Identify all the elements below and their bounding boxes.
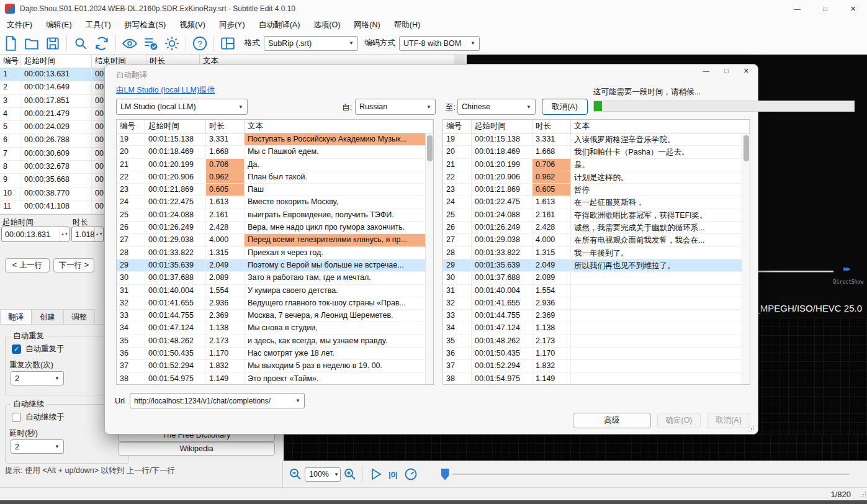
- dialog-minimize-icon[interactable]: —: [703, 67, 709, 75]
- visual-sync-icon[interactable]: [122, 35, 138, 52]
- table-row[interactable]: 20 00:01:18.469 1.668 Мы с Пашкой едем.: [117, 146, 433, 158]
- zoom-in-icon[interactable]: [343, 467, 357, 482]
- engine-select[interactable]: LM Studio (local LLM)▼: [116, 99, 248, 115]
- source-subtitle-grid[interactable]: 编号 起始时间 时长 文本 19 00:01:15.138 3.331 Пост…: [116, 119, 434, 385]
- menu-item[interactable]: 编辑(E): [39, 17, 79, 32]
- waveform-zoom-select[interactable]: 100%▼: [305, 467, 341, 482]
- wikipedia-button[interactable]: Wikipedia: [118, 442, 275, 456]
- menu-item[interactable]: 同步(Y): [212, 17, 252, 32]
- table-row[interactable]: 29 00:01:35.639 2.049 Поэтому с Верой мы…: [117, 259, 433, 272]
- table-row[interactable]: 23 00:01:21.869 0.605 暂停: [443, 184, 750, 196]
- table-row[interactable]: 24 00:01:22.475 1.613 在一起征服莫斯科，: [443, 196, 750, 209]
- format-select[interactable]: SubRip (.srt)▼: [264, 36, 358, 51]
- layout-icon[interactable]: [220, 35, 236, 52]
- table-row[interactable]: 38 00:01:54.975 1.149 Это проект «Тайм».: [117, 373, 433, 385]
- table-row[interactable]: 23 00:01:21.869 0.605 Паш: [117, 184, 433, 196]
- table-row[interactable]: 35 00:01:48.262 2.173: [443, 335, 750, 348]
- menu-item[interactable]: 选项(O): [307, 17, 347, 32]
- spinner-arrows-icon[interactable]: ▲▼: [94, 227, 103, 241]
- table-row[interactable]: 34 00:01:47.124 1.138: [443, 322, 750, 335]
- table-row[interactable]: 29 00:01:35.639 2.049 所以我们再也见不到维拉了。: [443, 259, 750, 272]
- waveform-strip[interactable]: [284, 434, 867, 461]
- column-header[interactable]: 起始时间: [21, 55, 92, 68]
- table-row[interactable]: 30 00:01:37.688 2.089: [443, 272, 750, 284]
- waveform-position-track[interactable]: [452, 474, 849, 475]
- menu-item[interactable]: 自动翻译(A): [252, 17, 307, 32]
- menu-item[interactable]: 工具(T): [79, 17, 118, 32]
- gauge-icon[interactable]: [403, 467, 418, 482]
- checkbox-checked-icon[interactable]: ✓: [12, 344, 21, 354]
- duration-stepper[interactable]: 1.018▲▼: [71, 227, 104, 242]
- advanced-button[interactable]: 高级: [573, 413, 651, 428]
- target-subtitle-grid[interactable]: 编号 起始时间 时长 文本 19 00:01:15.138 3.331 入读俄罗…: [442, 119, 750, 385]
- new-file-icon[interactable]: [2, 35, 19, 52]
- delay-select[interactable]: 2▼: [11, 439, 64, 454]
- tab-create[interactable]: 创建: [32, 309, 63, 325]
- resize-grip[interactable]: [860, 491, 866, 497]
- table-row[interactable]: 37 00:01:52.294 1.832 Мы выходим 5 раз в…: [117, 360, 433, 372]
- waveform-position-marker[interactable]: [441, 469, 449, 480]
- url-input[interactable]: http://localhost:1234/v1/chat/completion…: [130, 393, 305, 408]
- grid-scrollbar[interactable]: [425, 133, 433, 384]
- cancel-button[interactable]: 取消(A): [707, 413, 750, 428]
- table-row[interactable]: 21 00:01:20.199 0.706 Да.: [117, 159, 433, 171]
- dialog-close-icon[interactable]: ✕: [743, 67, 749, 75]
- table-row[interactable]: 36 00:01:50.435 1.170 Нас смотрят уже 18…: [117, 348, 433, 360]
- tab-translate[interactable]: 翻译: [0, 309, 32, 325]
- table-row[interactable]: 31 00:01:40.004 1.554 У кумира своего де…: [117, 285, 433, 297]
- help-icon[interactable]: ?: [192, 35, 208, 52]
- table-row[interactable]: 37 00:01:52.294 1.832: [443, 360, 750, 372]
- table-row[interactable]: 19 00:01:15.138 3.331 入读俄罗斯格涅辛音乐学院。: [443, 133, 750, 146]
- table-row[interactable]: 22 00:01:20.906 0.962 План был такой.: [117, 171, 433, 184]
- table-row[interactable]: 35 00:01:48.262 2.173 и здесь, как всегд…: [117, 335, 433, 348]
- spinner-arrows-icon[interactable]: ▲▼: [60, 227, 69, 241]
- target-language-select[interactable]: Chinese▼: [457, 99, 536, 115]
- minimize-icon[interactable]: —: [783, 0, 811, 17]
- auto-repeat-checkbox[interactable]: ✓ 自动重复于: [12, 344, 65, 354]
- table-row[interactable]: 32 00:01:41.655 2.936 Ведущего главного …: [117, 297, 433, 310]
- save-icon[interactable]: [45, 35, 61, 52]
- spell-check-icon[interactable]: [143, 35, 159, 52]
- tab-adjust[interactable]: 调整: [63, 309, 95, 325]
- stop-zero-icon[interactable]: |0|: [389, 470, 398, 479]
- table-row[interactable]: 19 00:01:15.138 3.331 Поступать в Россий…: [117, 133, 433, 146]
- next-line-button[interactable]: 下一行 >: [53, 258, 94, 272]
- open-folder-icon[interactable]: [24, 35, 40, 52]
- table-row[interactable]: 33 00:01:44.755 2.369: [443, 310, 750, 322]
- column-header[interactable]: 编号: [0, 55, 21, 68]
- table-row[interactable]: 25 00:01:24.088 2.161 夺得欧洲歌唱比赛冠军，获得TEFI奖…: [443, 209, 750, 222]
- table-row[interactable]: 28 00:01:33.822 1.315 我一年後到了。: [443, 247, 750, 259]
- grid-scrollbar[interactable]: [742, 133, 750, 384]
- fast-forward-icon[interactable]: ▶▶: [843, 266, 850, 272]
- table-row[interactable]: 32 00:01:41.655 2.936: [443, 297, 750, 310]
- maximize-icon[interactable]: □: [811, 0, 839, 17]
- replace-icon[interactable]: [94, 35, 110, 52]
- table-row[interactable]: 31 00:01:40.004 1.554: [443, 285, 750, 297]
- menu-item[interactable]: 文件(F): [0, 17, 39, 32]
- table-row[interactable]: 21 00:01:20.199 0.706 是。: [443, 159, 750, 171]
- find-icon[interactable]: [73, 35, 89, 52]
- menu-item[interactable]: 网络(N): [347, 17, 387, 32]
- table-row[interactable]: 26 00:01:26.249 2.428 诚然，我需要完成关于幽默的循环系..…: [443, 222, 750, 234]
- play-icon[interactable]: [368, 467, 383, 482]
- encoding-select[interactable]: UTF-8 with BOM▼: [399, 36, 480, 51]
- provider-link[interactable]: 由LM Studio (local LLM)提供: [116, 85, 215, 96]
- repeat-count-select[interactable]: 2▼: [11, 371, 64, 385]
- previous-line-button[interactable]: < 上一行: [5, 258, 50, 272]
- dialog-maximize-icon[interactable]: □: [724, 67, 729, 75]
- table-row[interactable]: 20 00:01:18.469 1.668 我们和帕什卡（Pasha）一起去。: [443, 146, 750, 158]
- menu-item[interactable]: 帮助(H): [387, 17, 427, 32]
- table-row[interactable]: 27 00:01:29.038 4.000 Перед всеми телезр…: [117, 234, 433, 246]
- auto-continue-checkbox[interactable]: 自动继续于: [12, 412, 65, 423]
- source-language-select[interactable]: Russian▼: [355, 99, 436, 115]
- zoom-out-icon[interactable]: [288, 467, 303, 482]
- close-icon[interactable]: ✕: [839, 0, 867, 17]
- table-row[interactable]: 27 00:01:29.038 4.000 在所有电视观众面前我发誓，我会在..…: [443, 234, 750, 246]
- table-row[interactable]: 38 00:01:54.975 1.149: [443, 373, 750, 385]
- menu-item[interactable]: 视频(V): [173, 17, 212, 32]
- table-row[interactable]: 24 00:01:22.475 1.613 Вместе покорить Мо…: [117, 196, 433, 209]
- cancel-translation-button[interactable]: 取消(A): [542, 99, 588, 115]
- table-row[interactable]: 22 00:01:20.906 0.962 计划是这样的。: [443, 171, 750, 184]
- settings-gear-icon[interactable]: [164, 35, 180, 52]
- table-row[interactable]: 25 00:01:24.088 2.161 выиграть Евровиден…: [117, 209, 433, 222]
